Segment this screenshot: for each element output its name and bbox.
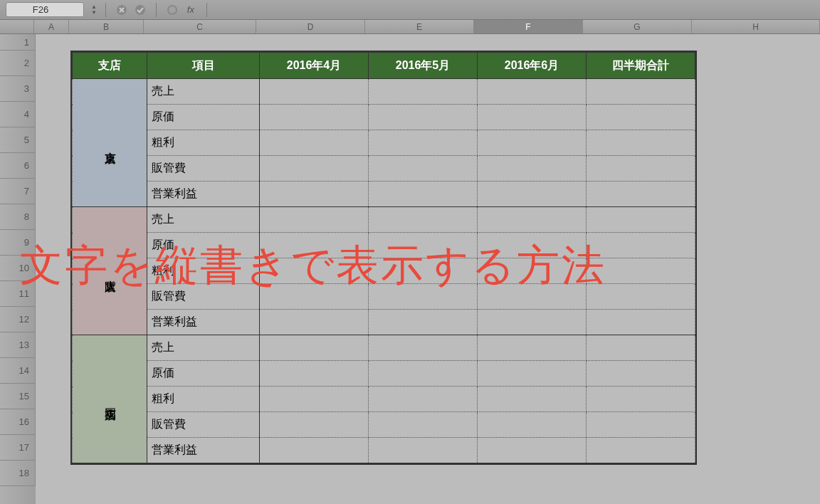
fx-expand-button[interactable] <box>165 3 179 17</box>
table-row: 営業利益 <box>73 182 695 207</box>
row-header-15[interactable]: 15 <box>0 384 36 409</box>
item-cell[interactable]: 売上 <box>147 79 260 105</box>
data-cell[interactable] <box>478 335 587 361</box>
name-box-stepper[interactable]: ▲ ▼ <box>91 4 97 16</box>
table-header[interactable]: 支店 <box>73 53 147 79</box>
row-header-14[interactable]: 14 <box>0 358 36 384</box>
item-cell[interactable]: 営業利益 <box>147 438 260 463</box>
fx-button[interactable]: fx <box>184 3 198 17</box>
item-cell[interactable]: 売上 <box>147 335 260 361</box>
item-cell[interactable]: 原価 <box>147 361 260 387</box>
data-cell[interactable] <box>260 335 369 361</box>
column-header-b[interactable]: B <box>69 20 144 33</box>
row-header-5[interactable]: 5 <box>0 127 36 153</box>
data-cell[interactable] <box>478 182 587 207</box>
column-header-f[interactable]: F <box>474 20 583 33</box>
column-header-c[interactable]: C <box>144 20 256 33</box>
data-cell[interactable] <box>587 156 695 182</box>
data-cell[interactable] <box>369 182 478 207</box>
data-cell[interactable] <box>260 182 369 207</box>
data-cell[interactable] <box>260 207 369 233</box>
row-header-7[interactable]: 7 <box>0 179 36 204</box>
data-cell[interactable] <box>587 310 695 335</box>
data-cell[interactable] <box>369 387 478 412</box>
data-cell[interactable] <box>369 310 478 335</box>
column-header-d[interactable]: D <box>256 20 365 33</box>
stepper-down-icon[interactable]: ▼ <box>91 10 97 16</box>
data-cell[interactable] <box>587 79 695 105</box>
data-cell[interactable] <box>478 412 587 438</box>
row-header-2[interactable]: 2 <box>0 51 36 76</box>
data-cell[interactable] <box>587 335 695 361</box>
data-cell[interactable] <box>369 207 478 233</box>
data-cell[interactable] <box>587 130 695 156</box>
data-cell[interactable] <box>587 438 695 463</box>
item-cell[interactable]: 売上 <box>147 207 260 233</box>
data-cell[interactable] <box>260 412 369 438</box>
item-cell[interactable]: 販管費 <box>147 156 260 182</box>
item-cell[interactable]: 粗利 <box>147 387 260 412</box>
cancel-button[interactable] <box>115 3 129 17</box>
column-header-e[interactable]: E <box>365 20 474 33</box>
data-cell[interactable] <box>587 412 695 438</box>
data-cell[interactable] <box>478 105 587 130</box>
data-cell[interactable] <box>478 361 587 387</box>
row-header-6[interactable]: 6 <box>0 153 36 179</box>
column-header-h[interactable]: H <box>692 20 820 33</box>
row-header-18[interactable]: 18 <box>0 461 36 486</box>
data-cell[interactable] <box>478 207 587 233</box>
data-cell[interactable] <box>260 438 369 463</box>
row-header-16[interactable]: 16 <box>0 409 36 435</box>
data-cell[interactable] <box>478 310 587 335</box>
row-header-13[interactable]: 13 <box>0 332 36 358</box>
data-cell[interactable] <box>587 182 695 207</box>
data-cell[interactable] <box>260 156 369 182</box>
item-cell[interactable]: 営業利益 <box>147 182 260 207</box>
data-cell[interactable] <box>478 156 587 182</box>
row-header-3[interactable]: 3 <box>0 76 36 102</box>
row-header-17[interactable]: 17 <box>0 435 36 461</box>
row-header-12[interactable]: 12 <box>0 307 36 332</box>
item-cell[interactable]: 粗利 <box>147 130 260 156</box>
column-header-g[interactable]: G <box>583 20 692 33</box>
column-header-a[interactable]: A <box>34 20 69 33</box>
table-header[interactable]: 2016年5月 <box>369 53 478 79</box>
data-cell[interactable] <box>260 130 369 156</box>
data-cell[interactable] <box>587 361 695 387</box>
table-header[interactable]: 四半期合計 <box>587 53 695 79</box>
data-cell[interactable] <box>369 79 478 105</box>
table-header[interactable]: 2016年6月 <box>478 53 587 79</box>
data-cell[interactable] <box>478 387 587 412</box>
branch-cell[interactable]: 東京支店 <box>73 79 147 207</box>
data-cell[interactable] <box>587 207 695 233</box>
data-cell[interactable] <box>369 361 478 387</box>
data-cell[interactable] <box>260 79 369 105</box>
row-header-8[interactable]: 8 <box>0 204 36 230</box>
data-cell[interactable] <box>478 79 587 105</box>
confirm-button[interactable] <box>133 3 147 17</box>
data-cell[interactable] <box>260 105 369 130</box>
data-cell[interactable] <box>587 387 695 412</box>
data-cell[interactable] <box>369 412 478 438</box>
data-cell[interactable] <box>260 310 369 335</box>
row-header-4[interactable]: 4 <box>0 102 36 127</box>
data-cell[interactable] <box>369 438 478 463</box>
data-cell[interactable] <box>369 156 478 182</box>
item-cell[interactable]: 販管費 <box>147 412 260 438</box>
data-cell[interactable] <box>260 387 369 412</box>
data-cell[interactable] <box>369 130 478 156</box>
row-header-1[interactable]: 1 <box>0 34 36 51</box>
table-header[interactable]: 項目 <box>147 53 260 79</box>
data-cell[interactable] <box>478 130 587 156</box>
item-cell[interactable]: 原価 <box>147 105 260 130</box>
table-header[interactable]: 2016年4月 <box>260 53 369 79</box>
data-cell[interactable] <box>369 335 478 361</box>
data-cell[interactable] <box>369 105 478 130</box>
data-cell[interactable] <box>587 105 695 130</box>
item-cell[interactable]: 営業利益 <box>147 310 260 335</box>
select-all-corner[interactable] <box>0 20 34 33</box>
branch-cell[interactable]: 福岡支店 <box>73 335 147 463</box>
name-box[interactable]: F26 <box>6 2 84 17</box>
data-cell[interactable] <box>260 361 369 387</box>
data-cell[interactable] <box>478 438 587 463</box>
